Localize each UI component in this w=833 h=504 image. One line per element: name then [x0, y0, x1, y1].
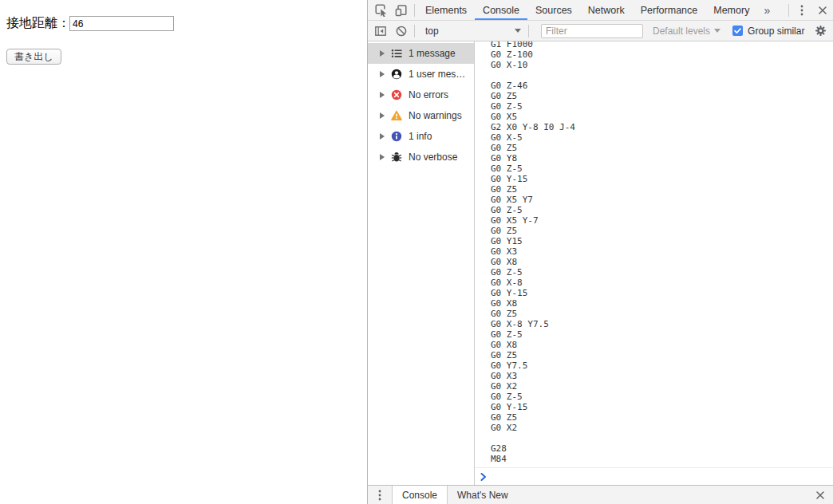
- drawer-tabbar: Console What's New: [368, 485, 833, 504]
- info-icon: [391, 131, 402, 142]
- console-log: G1 F1000G0 Z-100G0 X-10G0 Z-46G0 Z5G0 Z-…: [491, 41, 833, 464]
- kebab-menu-icon: [800, 5, 803, 16]
- tab-sources[interactable]: Sources: [527, 0, 580, 20]
- distance-label: 接地距離：: [6, 15, 70, 32]
- inspect-cursor-icon: [374, 3, 388, 17]
- console-line: G0 X3: [491, 371, 833, 381]
- sidebar-item-verbose[interactable]: No verbose: [368, 147, 474, 167]
- devtools-menu-button[interactable]: [792, 0, 812, 20]
- console-line: G0 Z5: [491, 184, 833, 195]
- group-similar-checkbox[interactable]: [732, 26, 743, 36]
- tab-memory[interactable]: Memory: [705, 0, 757, 20]
- devtools-close-button[interactable]: [812, 0, 833, 20]
- disclosure-triangle-icon: [380, 71, 385, 77]
- sidebar-item-info[interactable]: 1 info: [368, 126, 474, 147]
- console-line: G0 Z5: [491, 91, 833, 101]
- console-line: [491, 70, 833, 81]
- clear-console-button[interactable]: [391, 21, 412, 41]
- drawer-menu-button[interactable]: [368, 486, 392, 504]
- drawer-tab-console[interactable]: Console: [392, 486, 448, 504]
- checkmark-icon: [733, 26, 742, 35]
- console-line: G0 X2: [491, 423, 833, 433]
- sidebar-item-warnings[interactable]: No warnings: [368, 105, 474, 126]
- console-line: G0 X5 Y-7: [491, 215, 833, 226]
- separator: [414, 4, 415, 17]
- console-line: G0 X5: [491, 112, 833, 122]
- warning-icon: [391, 110, 402, 121]
- console-line: G0 Z-5: [491, 329, 833, 340]
- console-messages-pane: G1 F1000G0 Z-100G0 X-10G0 Z-46G0 Z5G0 Z-…: [475, 41, 833, 485]
- inspect-element-button[interactable]: [370, 0, 391, 20]
- log-levels-value: Default levels: [653, 26, 710, 37]
- console-line: G0 X5 Y7: [491, 195, 833, 205]
- export-button[interactable]: 書き出し: [6, 49, 61, 65]
- chevron-down-icon: [515, 29, 521, 33]
- distance-input[interactable]: [69, 16, 174, 31]
- console-toolbar: top Default levels Group similar: [368, 21, 833, 41]
- devtools-panel: Elements Console Sources Network Perform…: [367, 0, 833, 504]
- console-line: G28: [491, 443, 833, 454]
- tab-network[interactable]: Network: [580, 0, 633, 20]
- sidebar-item-errors[interactable]: No errors: [368, 85, 474, 105]
- console-line: G0 Z5: [491, 309, 833, 319]
- console-line: G0 X-8 Y7.5: [491, 319, 833, 329]
- console-line: G0 Z-5: [491, 101, 833, 112]
- kebab-menu-icon: [378, 490, 381, 501]
- toggle-console-sidebar-button[interactable]: [370, 21, 391, 41]
- console-sidebar: 1 message 1 user mes…: [368, 41, 475, 485]
- console-line: G0 Z5: [491, 350, 833, 360]
- toggle-device-toolbar-button[interactable]: [391, 0, 412, 20]
- sidebar-item-label: 1 info: [409, 131, 432, 142]
- console-line: G0 Z-5: [491, 205, 833, 215]
- clear-console-icon: [395, 25, 408, 37]
- disclosure-triangle-icon: [380, 112, 385, 119]
- console-settings-button[interactable]: [815, 25, 827, 37]
- drawer-close-button[interactable]: [807, 486, 833, 504]
- more-tabs-button[interactable]: »: [757, 4, 776, 17]
- console-prompt[interactable]: [475, 467, 833, 485]
- console-line: G0 X3: [491, 246, 833, 257]
- group-similar-label: Group similar: [748, 26, 804, 37]
- tab-performance[interactable]: Performance: [633, 0, 706, 20]
- prompt-chevron-icon: [480, 472, 487, 482]
- console-line: G0 Y-15: [491, 174, 833, 184]
- console-line: G1 F1000: [491, 41, 833, 49]
- console-line: G0 Y8: [491, 153, 833, 163]
- console-line: G0 Z-5: [491, 392, 833, 402]
- console-line: G2 X0 Y-8 I0 J-4: [491, 122, 833, 132]
- console-line: G0 Z5: [491, 412, 833, 423]
- close-icon: [815, 490, 825, 500]
- console-line: G0 X8: [491, 340, 833, 350]
- sidebar-item-messages[interactable]: 1 message: [368, 43, 474, 64]
- screen: 接地距離： 書き出し Elements Console: [0, 0, 833, 504]
- console-line: G0 X8: [491, 298, 833, 309]
- tab-console[interactable]: Console: [475, 0, 527, 20]
- drawer-tab-whats-new[interactable]: What's New: [448, 486, 518, 504]
- console-line: G0 X-8: [491, 278, 833, 288]
- gear-icon: [815, 25, 827, 37]
- console-line: M84: [491, 454, 833, 464]
- sidebar-item-label: No errors: [409, 89, 448, 100]
- console-line: G0 Z-5: [491, 163, 833, 174]
- tab-elements[interactable]: Elements: [417, 0, 475, 20]
- sidebar-item-label: 1 user mes…: [409, 69, 465, 80]
- disclosure-triangle-icon: [380, 133, 385, 140]
- console-line: G0 Y-15: [491, 402, 833, 412]
- console-filter-input[interactable]: [541, 24, 643, 38]
- console-line: G0 X-10: [491, 60, 833, 70]
- disclosure-triangle-icon: [380, 154, 385, 160]
- log-levels-select[interactable]: Default levels: [653, 26, 720, 37]
- console-line: G0 Z5: [491, 226, 833, 236]
- execution-context-select[interactable]: top: [420, 23, 526, 39]
- execution-context-value: top: [425, 26, 439, 37]
- console-line: G0 Z-5: [491, 267, 833, 278]
- sidebar-item-label: No warnings: [409, 110, 462, 121]
- close-icon: [818, 6, 827, 15]
- sidebar-item-user-messages[interactable]: 1 user mes…: [368, 64, 474, 85]
- console-line: G0 X8: [491, 257, 833, 267]
- console-line: G0 X2: [491, 381, 833, 392]
- user-message-icon: [391, 69, 402, 80]
- web-page: 接地距離： 書き出し: [0, 0, 367, 504]
- sidebar-item-label: 1 message: [409, 48, 456, 59]
- console-line: G0 X-5: [491, 132, 833, 143]
